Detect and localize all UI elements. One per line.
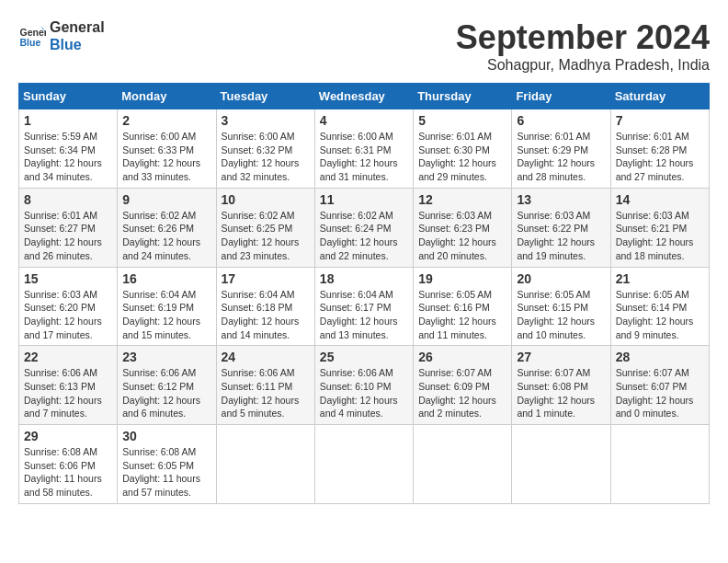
calendar-cell: 2 Sunrise: 6:00 AM Sunset: 6:33 PM Dayli… [118,109,216,189]
calendar-cell: 28 Sunrise: 6:07 AM Sunset: 6:07 PM Dayl… [610,346,709,425]
day-info: Sunrise: 6:05 AM Sunset: 6:14 PM Dayligh… [616,288,704,342]
calendar-cell: 14 Sunrise: 6:03 AM Sunset: 6:21 PM Dayl… [610,188,709,267]
header-wednesday: Wednesday [314,84,413,109]
day-number: 30 [122,429,210,443]
day-info: Sunrise: 6:07 AM Sunset: 6:08 PM Dayligh… [517,366,605,420]
calendar-week-3: 15 Sunrise: 6:03 AM Sunset: 6:20 PM Dayl… [19,267,710,346]
day-info: Sunrise: 6:01 AM Sunset: 6:30 PM Dayligh… [418,130,506,184]
calendar-cell [414,425,512,504]
calendar-week-4: 22 Sunrise: 6:06 AM Sunset: 6:13 PM Dayl… [19,346,710,425]
calendar-cell: 17 Sunrise: 6:04 AM Sunset: 6:18 PM Dayl… [216,267,314,346]
day-info: Sunrise: 6:06 AM Sunset: 6:12 PM Dayligh… [122,366,210,420]
location-subtitle: Sohagpur, Madhya Pradesh, India [456,57,710,74]
calendar-week-1: 1 Sunrise: 5:59 AM Sunset: 6:34 PM Dayli… [19,109,710,189]
calendar-cell: 27 Sunrise: 6:07 AM Sunset: 6:08 PM Dayl… [512,346,610,425]
title-section: September 2024 Sohagpur, Madhya Pradesh,… [456,18,710,74]
day-number: 22 [24,350,112,364]
day-number: 26 [418,350,506,364]
calendar-cell: 24 Sunrise: 6:06 AM Sunset: 6:11 PM Dayl… [216,346,314,425]
header-saturday: Saturday [610,84,709,109]
day-number: 9 [122,192,210,207]
day-info: Sunrise: 6:04 AM Sunset: 6:19 PM Dayligh… [122,288,210,342]
calendar-cell: 21 Sunrise: 6:05 AM Sunset: 6:14 PM Dayl… [610,267,709,346]
calendar-cell: 7 Sunrise: 6:01 AM Sunset: 6:28 PM Dayli… [610,109,709,189]
calendar-cell: 22 Sunrise: 6:06 AM Sunset: 6:13 PM Dayl… [19,346,118,425]
calendar-cell: 19 Sunrise: 6:05 AM Sunset: 6:16 PM Dayl… [414,267,512,346]
logo: General Blue General Blue [18,18,105,53]
day-info: Sunrise: 6:03 AM Sunset: 6:22 PM Dayligh… [517,209,605,263]
day-number: 21 [616,271,704,286]
logo-icon: General Blue [18,22,46,50]
day-info: Sunrise: 6:05 AM Sunset: 6:15 PM Dayligh… [517,288,605,342]
calendar-cell: 3 Sunrise: 6:00 AM Sunset: 6:32 PM Dayli… [216,109,314,189]
calendar-cell: 23 Sunrise: 6:06 AM Sunset: 6:12 PM Dayl… [118,346,216,425]
day-number: 16 [122,271,210,286]
day-number: 3 [222,113,310,128]
calendar-cell: 5 Sunrise: 6:01 AM Sunset: 6:30 PM Dayli… [414,109,512,189]
day-info: Sunrise: 6:06 AM Sunset: 6:10 PM Dayligh… [320,366,408,420]
day-number: 8 [24,192,112,207]
calendar-cell: 11 Sunrise: 6:02 AM Sunset: 6:24 PM Dayl… [314,188,413,267]
calendar-table: SundayMondayTuesdayWednesdayThursdayFrid… [18,83,710,504]
day-info: Sunrise: 6:06 AM Sunset: 6:13 PM Dayligh… [24,366,112,420]
day-number: 23 [122,350,210,364]
calendar-header-row: SundayMondayTuesdayWednesdayThursdayFrid… [19,84,710,109]
calendar-cell: 16 Sunrise: 6:04 AM Sunset: 6:19 PM Dayl… [118,267,216,346]
calendar-cell: 25 Sunrise: 6:06 AM Sunset: 6:10 PM Dayl… [314,346,413,425]
calendar-cell: 20 Sunrise: 6:05 AM Sunset: 6:15 PM Dayl… [512,267,610,346]
logo-line1: General [50,18,105,36]
calendar-cell: 4 Sunrise: 6:00 AM Sunset: 6:31 PM Dayli… [314,109,413,189]
day-info: Sunrise: 6:01 AM Sunset: 6:27 PM Dayligh… [24,209,112,263]
calendar-cell: 10 Sunrise: 6:02 AM Sunset: 6:25 PM Dayl… [216,188,314,267]
day-number: 12 [418,192,506,207]
day-number: 17 [222,271,310,286]
calendar-cell: 12 Sunrise: 6:03 AM Sunset: 6:23 PM Dayl… [414,188,512,267]
day-number: 11 [320,192,408,207]
day-info: Sunrise: 6:06 AM Sunset: 6:11 PM Dayligh… [222,366,310,420]
day-number: 4 [320,113,408,128]
day-number: 28 [616,350,704,364]
day-number: 7 [616,113,704,128]
day-info: Sunrise: 6:02 AM Sunset: 6:26 PM Dayligh… [122,209,210,263]
day-info: Sunrise: 6:01 AM Sunset: 6:28 PM Dayligh… [616,130,704,184]
day-number: 14 [616,192,704,207]
header-tuesday: Tuesday [216,84,314,109]
day-info: Sunrise: 6:07 AM Sunset: 6:07 PM Dayligh… [616,366,704,420]
day-info: Sunrise: 6:07 AM Sunset: 6:09 PM Dayligh… [418,366,506,420]
day-number: 19 [418,271,506,286]
svg-text:Blue: Blue [20,37,41,48]
calendar-cell: 6 Sunrise: 6:01 AM Sunset: 6:29 PM Dayli… [512,109,610,189]
calendar-cell: 26 Sunrise: 6:07 AM Sunset: 6:09 PM Dayl… [414,346,512,425]
day-info: Sunrise: 6:08 AM Sunset: 6:06 PM Dayligh… [24,445,112,500]
day-number: 27 [517,350,605,364]
calendar-cell [314,425,413,504]
day-info: Sunrise: 5:59 AM Sunset: 6:34 PM Dayligh… [24,130,112,184]
calendar-cell: 1 Sunrise: 5:59 AM Sunset: 6:34 PM Dayli… [19,109,118,189]
calendar-cell: 8 Sunrise: 6:01 AM Sunset: 6:27 PM Dayli… [19,188,118,267]
day-number: 10 [222,192,310,207]
calendar-week-5: 29 Sunrise: 6:08 AM Sunset: 6:06 PM Dayl… [19,425,710,504]
day-info: Sunrise: 6:02 AM Sunset: 6:25 PM Dayligh… [222,209,310,263]
header-monday: Monday [118,84,216,109]
day-info: Sunrise: 6:04 AM Sunset: 6:17 PM Dayligh… [320,288,408,342]
logo-line2: Blue [50,36,105,53]
calendar-cell: 15 Sunrise: 6:03 AM Sunset: 6:20 PM Dayl… [19,267,118,346]
calendar-cell [610,425,709,504]
calendar-cell: 18 Sunrise: 6:04 AM Sunset: 6:17 PM Dayl… [314,267,413,346]
month-title: September 2024 [456,18,710,57]
header-sunday: Sunday [19,84,118,109]
page-header: General Blue General Blue September 2024… [18,18,710,74]
day-info: Sunrise: 6:08 AM Sunset: 6:05 PM Dayligh… [122,445,210,500]
calendar-cell [512,425,610,504]
day-number: 25 [320,350,408,364]
calendar-week-2: 8 Sunrise: 6:01 AM Sunset: 6:27 PM Dayli… [19,188,710,267]
header-thursday: Thursday [414,84,512,109]
day-info: Sunrise: 6:02 AM Sunset: 6:24 PM Dayligh… [320,209,408,263]
day-info: Sunrise: 6:04 AM Sunset: 6:18 PM Dayligh… [222,288,310,342]
day-number: 13 [517,192,605,207]
day-number: 24 [222,350,310,364]
day-info: Sunrise: 6:03 AM Sunset: 6:20 PM Dayligh… [24,288,112,342]
calendar-cell [216,425,314,504]
day-info: Sunrise: 6:01 AM Sunset: 6:29 PM Dayligh… [517,130,605,184]
day-number: 18 [320,271,408,286]
